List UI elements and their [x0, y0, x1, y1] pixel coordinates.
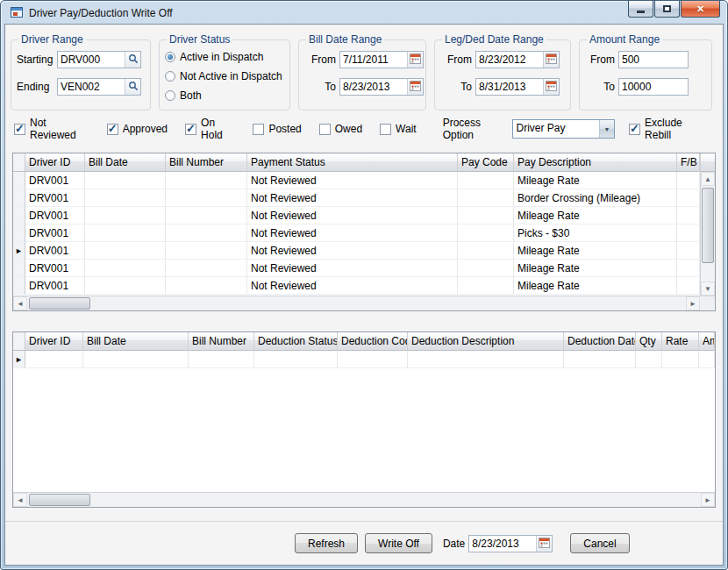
cell-pay-description[interactable]: Mileage Rate	[514, 172, 677, 189]
cell-payment-status[interactable]: Not Reviewed	[247, 242, 458, 260]
cell-rate[interactable]	[662, 351, 699, 368]
titlebar[interactable]: Driver Pay/Deduction Write Off ✕	[4, 1, 724, 24]
cell-payment-status[interactable]: Not Reviewed	[247, 260, 458, 277]
cell-driver-id[interactable]: DRV001	[25, 260, 85, 277]
row-selector[interactable]	[13, 277, 25, 295]
ending-driver-search-button[interactable]	[125, 79, 140, 95]
cell-driver-id[interactable]: DRV001	[25, 207, 85, 224]
write-off-date-input[interactable]	[469, 536, 536, 552]
leg-ded-date-to-input[interactable]	[476, 79, 543, 95]
leg-ded-date-from-calendar-button[interactable]	[543, 52, 559, 68]
column-header-deduction-status[interactable]: Deduction Status	[254, 332, 338, 351]
cell-driver-id[interactable]: DRV001	[25, 172, 85, 189]
close-button[interactable]: ✕	[681, 1, 720, 18]
cell-driver-id[interactable]: DRV001	[25, 189, 85, 207]
current-row-pointer[interactable]: ►	[13, 242, 25, 260]
maximize-button[interactable]	[654, 1, 680, 18]
column-header-deduction-date[interactable]: Deduction Date	[564, 332, 636, 351]
column-header-bill-number[interactable]: Bill Number	[166, 153, 247, 172]
cell-fb[interactable]	[677, 260, 700, 277]
row-selector[interactable]	[13, 260, 25, 277]
column-header-bill-date[interactable]: Bill Date	[83, 332, 189, 351]
checkbox-on-hold[interactable]: On Hold	[185, 117, 235, 141]
cell-driver-id[interactable]	[25, 351, 83, 368]
column-header-pay-code[interactable]: Pay Code	[458, 153, 514, 172]
scroll-right-button[interactable]: ►	[686, 296, 700, 310]
column-header-qty[interactable]: Qty	[636, 332, 662, 351]
starting-driver-search-button[interactable]	[125, 52, 140, 68]
cell-bill-date[interactable]	[85, 242, 166, 260]
cell-pay-description[interactable]: Mileage Rate	[514, 242, 677, 260]
bill-date-to-input[interactable]	[340, 79, 407, 95]
cell-deduction-description[interactable]	[408, 351, 564, 368]
horizontal-scroll-thumb[interactable]	[29, 297, 90, 310]
cell-payment-status[interactable]: Not Reviewed	[247, 224, 458, 242]
cell-driver-id[interactable]: DRV001	[25, 277, 85, 295]
cell-payment-status[interactable]: Not Reviewed	[247, 207, 458, 224]
checkbox-exclude-rebill[interactable]: Exclude Rebill	[629, 117, 705, 141]
column-header-payment-status[interactable]: Payment Status	[247, 153, 458, 172]
scroll-left-button[interactable]: ◄	[13, 296, 27, 310]
combo-dropdown-button[interactable]: ▼	[599, 120, 614, 138]
cell-pay-code[interactable]	[458, 260, 514, 277]
cell-fb[interactable]	[677, 242, 700, 260]
cell-bill-date[interactable]	[85, 224, 166, 242]
cell-pay-description[interactable]: Border Crossing (Mileage)	[514, 189, 677, 207]
deduction-grid-horizontal-scrollbar[interactable]: ◄ ►	[13, 492, 715, 507]
cancel-button[interactable]: Cancel	[570, 533, 629, 553]
column-header-bill-number[interactable]: Bill Number	[189, 332, 254, 351]
leg-ded-date-from-input[interactable]	[476, 52, 543, 68]
cell-bill-number[interactable]	[189, 351, 254, 368]
cell-bill-number[interactable]	[166, 172, 247, 189]
vertical-scroll-track[interactable]	[701, 186, 715, 281]
cell-driver-id[interactable]: DRV001	[25, 242, 85, 260]
pay-grid-horizontal-scrollbar[interactable]: ◄ ►	[13, 296, 700, 310]
column-header-driver-id[interactable]: Driver ID	[25, 153, 85, 172]
horizontal-scroll-track[interactable]	[27, 493, 701, 507]
table-row[interactable]: DRV001Not ReviewedMileage Rate	[13, 260, 700, 277]
amount-from-input[interactable]	[619, 52, 688, 68]
checkbox-wait[interactable]: Wait	[380, 123, 417, 135]
ending-driver-input[interactable]	[58, 79, 125, 95]
cell-deduction-status[interactable]	[254, 351, 338, 368]
write-off-date-calendar-button[interactable]	[536, 536, 552, 552]
cell-bill-date[interactable]	[85, 207, 166, 224]
cell-deduction-code[interactable]	[338, 351, 408, 368]
row-selector[interactable]	[13, 189, 25, 207]
column-header-pay-description[interactable]: Pay Description	[514, 153, 677, 172]
current-row-pointer[interactable]: ►	[13, 351, 25, 368]
table-row[interactable]: ►	[13, 351, 715, 368]
table-row[interactable]: DRV001Not ReviewedMileage Rate	[13, 277, 700, 295]
cell-pay-code[interactable]	[458, 172, 514, 189]
vertical-scroll-thumb[interactable]	[702, 188, 714, 263]
checkbox-not-reviewed[interactable]: Not Reviewed	[14, 117, 89, 141]
table-row[interactable]: ►DRV001Not ReviewedMileage Rate	[13, 242, 700, 260]
bill-date-from-calendar-button[interactable]	[407, 52, 423, 68]
cell-bill-date[interactable]	[85, 277, 166, 295]
cell-pay-description[interactable]: Mileage Rate	[514, 207, 677, 224]
cell-pay-description[interactable]: Mileage Rate	[514, 260, 677, 277]
cell-bill-number[interactable]	[166, 242, 247, 260]
starting-driver-input[interactable]	[58, 52, 125, 68]
cell-bill-date[interactable]	[83, 351, 189, 368]
pay-grid-vertical-scrollbar[interactable]: ▲ ▼	[700, 153, 715, 296]
checkbox-owed[interactable]: Owed	[319, 123, 362, 135]
cell-fb[interactable]	[677, 277, 700, 295]
horizontal-scroll-thumb[interactable]	[29, 494, 90, 506]
cell-pay-code[interactable]	[458, 207, 514, 224]
column-header-fb[interactable]: F/B	[677, 153, 700, 172]
bill-date-from-input[interactable]	[340, 52, 407, 68]
cell-bill-number[interactable]	[166, 277, 247, 295]
cell-bill-date[interactable]	[85, 189, 166, 207]
table-row[interactable]: DRV001Not ReviewedPicks - $30	[13, 224, 700, 242]
table-row[interactable]: DRV001Not ReviewedMileage Rate	[13, 172, 700, 189]
cell-driver-id[interactable]: DRV001	[25, 224, 85, 242]
cell-bill-date[interactable]	[85, 260, 166, 277]
checkbox-approved[interactable]: Approved	[107, 123, 168, 135]
radio-both[interactable]: Both	[165, 89, 284, 102]
table-row[interactable]: DRV001Not ReviewedMileage Rate	[13, 207, 700, 224]
minimize-button[interactable]	[628, 1, 653, 18]
column-header-rate[interactable]: Rate	[662, 332, 699, 351]
cell-pay-code[interactable]	[458, 224, 514, 242]
cell-fb[interactable]	[677, 207, 700, 224]
